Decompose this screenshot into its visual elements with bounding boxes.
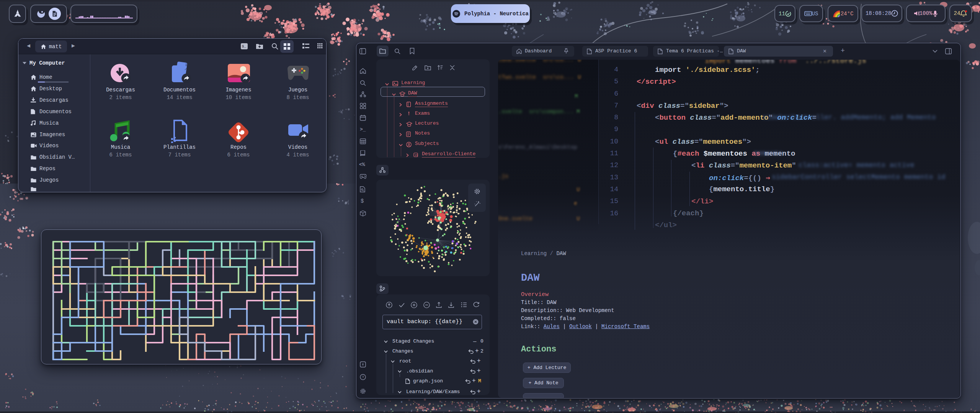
svg-text:?: ? — [362, 376, 364, 379]
svg-text:15: 15 — [415, 154, 418, 157]
svg-text:$_: $_ — [242, 45, 246, 49]
